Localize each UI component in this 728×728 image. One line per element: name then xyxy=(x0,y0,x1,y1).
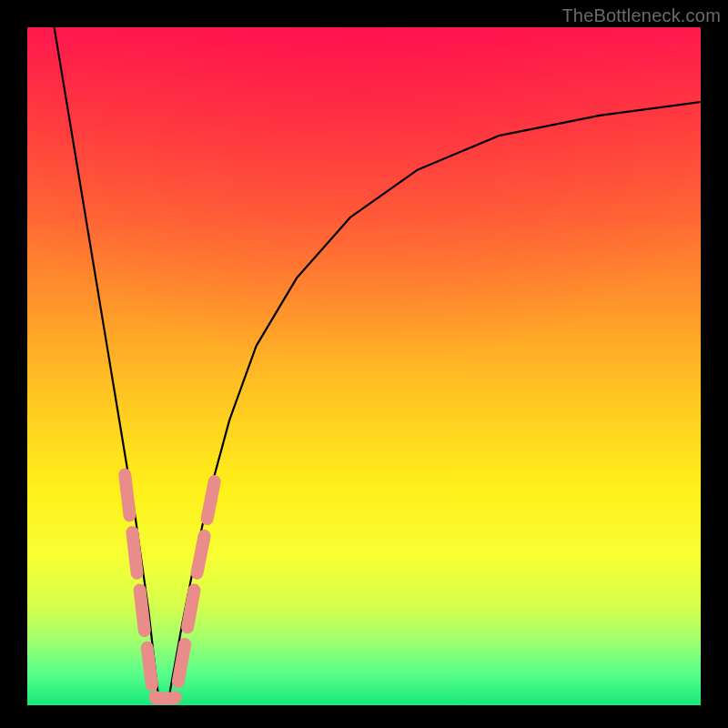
highlight-segment xyxy=(147,648,152,685)
chart-svg xyxy=(27,27,701,705)
highlight-segment xyxy=(125,475,129,516)
bottleneck-curve xyxy=(55,27,701,699)
highlight-dot xyxy=(169,691,182,703)
highlight-dot xyxy=(149,691,162,703)
watermark-text: TheBottleneck.com xyxy=(561,5,721,26)
highlight-segment xyxy=(187,590,194,627)
highlight-segment xyxy=(140,590,145,631)
highlight-segment xyxy=(207,481,215,519)
highlight-segment xyxy=(178,644,185,682)
highlight-markers xyxy=(125,475,214,703)
highlight-segment xyxy=(197,536,205,573)
highlight-segment xyxy=(132,532,136,573)
chart-plot-area xyxy=(27,27,701,705)
